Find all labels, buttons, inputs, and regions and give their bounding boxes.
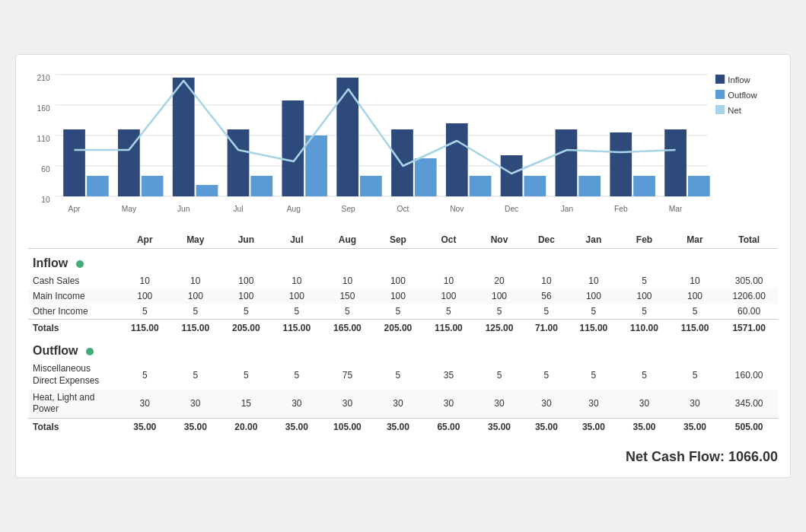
svg-rect-23	[415, 158, 437, 196]
col-header-oct: Oct	[423, 231, 474, 249]
svg-rect-18	[282, 100, 304, 196]
inflow-row-main-income: Main Income 100 100 100 100 150 100 100 …	[28, 288, 778, 304]
svg-rect-20	[336, 78, 358, 196]
col-header-apr: Apr	[119, 231, 170, 249]
svg-rect-46	[715, 75, 725, 84]
col-header-sep: Sep	[373, 231, 424, 249]
cash-sales-jul: 10	[272, 273, 323, 288]
svg-text:Aug: Aug	[287, 205, 301, 213]
svg-text:Feb: Feb	[614, 205, 628, 213]
svg-rect-30	[610, 132, 632, 196]
svg-text:Mar: Mar	[669, 205, 683, 213]
svg-text:Jul: Jul	[233, 205, 243, 213]
svg-text:110: 110	[37, 135, 50, 143]
col-header-may: May	[170, 231, 221, 249]
svg-rect-21	[360, 176, 382, 196]
col-header-total: Total	[720, 231, 778, 249]
cash-sales-sep: 100	[373, 273, 424, 288]
col-header-feb: Feb	[619, 231, 670, 249]
svg-text:Net: Net	[728, 106, 741, 115]
row-name-misc: Miscellaneous Direct Expenses	[28, 361, 119, 389]
svg-rect-32	[664, 129, 687, 196]
col-header-nov: Nov	[474, 231, 525, 249]
cash-sales-nov: 20	[474, 273, 525, 288]
svg-rect-10	[63, 129, 85, 196]
svg-text:Apr: Apr	[68, 205, 81, 213]
svg-text:Oct: Oct	[397, 205, 409, 213]
inflow-section-header: Inflow	[28, 249, 778, 274]
outflow-totals-label: Totals	[28, 418, 119, 435]
svg-rect-48	[715, 90, 725, 99]
svg-rect-28	[556, 129, 578, 196]
table-header-row: Apr May Jun Jul Aug Sep Oct Nov Dec Jan …	[28, 231, 778, 249]
svg-rect-29	[578, 176, 601, 196]
row-name-main-income: Main Income	[28, 288, 119, 304]
cash-sales-dec: 10	[524, 273, 568, 288]
col-header-jul: Jul	[272, 231, 323, 249]
svg-text:Sep: Sep	[342, 205, 356, 213]
col-header-jun: Jun	[221, 231, 272, 249]
net-cash-label: Net Cash Flow:	[626, 449, 725, 464]
cash-sales-jan: 10	[569, 273, 620, 288]
chart-area: 210 160 110 60 10	[28, 67, 778, 219]
inflow-totals-label: Totals	[28, 320, 119, 337]
cash-sales-may: 10	[170, 273, 221, 288]
cash-sales-feb: 5	[619, 273, 670, 288]
cash-sales-total: 305.00	[720, 273, 778, 288]
svg-text:60: 60	[41, 165, 50, 174]
svg-text:160: 160	[37, 104, 50, 113]
col-header-jan: Jan	[569, 231, 620, 249]
main-container: 210 160 110 60 10	[15, 54, 791, 477]
svg-rect-24	[446, 123, 468, 196]
inflow-row-other-income: Other Income 5 5 5 5 5 5 5 5 5 5 5 5 60.…	[28, 304, 778, 320]
row-name-cash-sales: Cash Sales	[28, 273, 119, 288]
svg-text:Outflow: Outflow	[728, 91, 757, 100]
outflow-dot	[86, 348, 94, 355]
svg-rect-26	[501, 155, 523, 196]
inflow-dot	[76, 260, 84, 268]
col-header-dec: Dec	[524, 231, 568, 249]
row-name-heat: Heat, Light and Power	[28, 390, 119, 419]
inflow-label: Inflow	[28, 249, 778, 274]
svg-text:210: 210	[37, 74, 50, 82]
row-name-other-income: Other Income	[28, 304, 119, 320]
chart-svg: 210 160 110 60 10	[28, 67, 778, 219]
svg-rect-19	[305, 135, 327, 196]
svg-text:10: 10	[41, 196, 50, 204]
cash-sales-mar: 10	[670, 273, 721, 288]
svg-text:Dec: Dec	[505, 205, 518, 213]
outflow-row-misc: Miscellaneous Direct Expenses 5 5 5 5 75…	[28, 361, 778, 389]
svg-rect-33	[688, 176, 710, 196]
cash-sales-apr: 10	[119, 273, 170, 288]
svg-rect-17	[250, 176, 272, 196]
cash-sales-oct: 10	[423, 273, 474, 288]
svg-rect-15	[196, 185, 218, 196]
col-header-name	[28, 231, 119, 249]
net-cash-value: 1066.00	[728, 449, 778, 464]
inflow-row-cash-sales: Cash Sales 10 10 100 10 10 100 10 20 10 …	[28, 273, 778, 288]
svg-rect-25	[470, 176, 492, 196]
svg-text:Jan: Jan	[561, 205, 574, 213]
net-cash-flow: Net Cash Flow: 1066.00	[28, 441, 778, 465]
col-header-aug: Aug	[322, 231, 373, 249]
col-header-mar: Mar	[670, 231, 721, 249]
data-table: Apr May Jun Jul Aug Sep Oct Nov Dec Jan …	[28, 231, 778, 435]
svg-text:Inflow: Inflow	[728, 75, 750, 84]
cash-sales-jun: 100	[221, 273, 272, 288]
outflow-row-heat: Heat, Light and Power 30 30 15 30 30 30 …	[28, 390, 778, 419]
svg-rect-13	[142, 176, 164, 196]
svg-rect-50	[715, 105, 725, 114]
svg-rect-31	[633, 176, 655, 196]
outflow-totals-row: Totals 35.00 35.00 20.00 35.00 105.00 35…	[28, 418, 778, 435]
svg-text:May: May	[122, 205, 137, 213]
outflow-label: Outflow	[28, 336, 778, 361]
cash-sales-aug: 10	[322, 273, 373, 288]
svg-text:Nov: Nov	[450, 205, 464, 213]
svg-text:Jun: Jun	[177, 205, 190, 213]
svg-rect-27	[524, 176, 546, 196]
outflow-section-header: Outflow	[28, 336, 778, 361]
svg-rect-11	[87, 176, 109, 196]
inflow-totals-row: Totals 115.00 115.00 205.00 115.00 165.0…	[28, 320, 778, 337]
svg-rect-14	[173, 78, 195, 196]
